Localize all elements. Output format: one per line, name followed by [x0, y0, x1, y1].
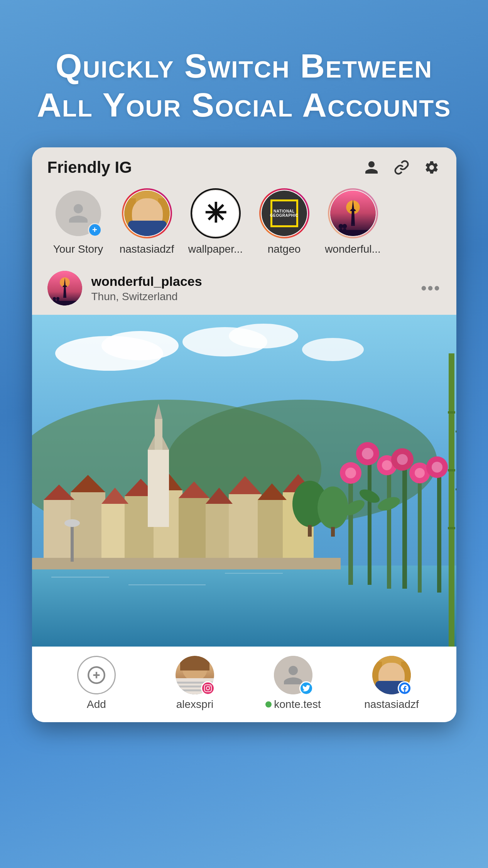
- nav-alexspri[interactable]: alexspri: [160, 656, 230, 711]
- svg-point-84: [432, 462, 442, 473]
- svg-point-76: [362, 448, 373, 459]
- svg-point-19: [56, 297, 59, 300]
- svg-rect-10: [343, 229, 346, 233]
- svg-marker-14: [62, 285, 67, 287]
- asterisk-symbol: ✳: [193, 191, 238, 236]
- settings-icon[interactable]: [422, 158, 441, 177]
- twitter-badge: [299, 681, 313, 695]
- nav-konte-test[interactable]: konte.test: [258, 656, 328, 711]
- post-info: wonderful_places Thun, Switzerland: [91, 274, 412, 303]
- wonderful-image: [330, 191, 376, 236]
- your-story-label: Your Story: [49, 243, 107, 255]
- post-username: wonderful_places: [91, 274, 412, 289]
- svg-rect-5: [351, 225, 355, 226]
- app-card: Friendly IG: [32, 147, 456, 722]
- wallpaper-image: ✳: [193, 191, 238, 236]
- svg-rect-49: [148, 450, 169, 527]
- svg-rect-67: [402, 454, 407, 589]
- story-natgeo[interactable]: NATIONAL GEOGRAPHIC natgeo: [253, 188, 315, 255]
- svg-rect-61: [32, 558, 341, 569]
- svg-point-82: [415, 468, 425, 478]
- svg-rect-57: [32, 566, 456, 647]
- account-icon[interactable]: [362, 158, 381, 177]
- post-header: wonderful_places Thun, Switzerland •••: [32, 263, 456, 315]
- post-avatar[interactable]: [47, 271, 82, 306]
- story-your-story[interactable]: + Your Story: [47, 188, 109, 255]
- bottom-nav: Add: [32, 647, 456, 722]
- nastasiadzf-image: [124, 191, 170, 236]
- hero-title-line1: Quickly Switch Between: [56, 47, 432, 85]
- hero-title: Quickly Switch Between All Your Social A…: [23, 46, 465, 124]
- facebook-badge: [398, 681, 412, 695]
- hero-title-line2: All Your Social Accounts: [37, 86, 451, 124]
- svg-rect-16: [47, 301, 82, 306]
- svg-rect-54: [308, 525, 312, 537]
- svg-rect-68: [418, 469, 422, 593]
- story-wallpaper[interactable]: ✳ wallpaper...: [185, 188, 247, 255]
- wonderful-label: wonderful...: [324, 243, 382, 255]
- svg-rect-89: [448, 527, 455, 529]
- eiffel-scene: [330, 191, 376, 236]
- svg-point-17: [53, 297, 56, 300]
- svg-point-80: [397, 454, 408, 465]
- nav-nastasiadzf[interactable]: nastasiadzf: [357, 656, 426, 711]
- svg-rect-69: [437, 461, 441, 593]
- natgeo-logo: NATIONAL GEOGRAPHIC: [262, 191, 307, 236]
- story-nastasiadzf[interactable]: nastasiadzf: [116, 188, 178, 255]
- top-icons: [362, 158, 441, 177]
- natgeo-text: NATIONAL GEOGRAPHIC: [270, 209, 298, 218]
- svg-rect-64: [348, 469, 353, 585]
- stories-row: + Your Story: [32, 177, 456, 263]
- svg-point-9: [342, 224, 347, 229]
- add-account-button[interactable]: [77, 656, 116, 694]
- svg-rect-56: [331, 527, 335, 537]
- svg-point-25: [229, 324, 298, 348]
- svg-point-23: [101, 331, 179, 360]
- alexspri-avatar-wrap: [176, 656, 214, 694]
- wallpaper-avatar-wrap: ✳: [191, 188, 241, 238]
- svg-rect-65: [368, 450, 371, 585]
- svg-rect-85: [449, 353, 454, 647]
- nasta-nav-label: nastasiadzf: [364, 698, 419, 711]
- natgeo-frame: NATIONAL GEOGRAPHIC: [270, 199, 298, 227]
- konte-label: konte.test: [274, 698, 321, 711]
- natgeo-avatar-wrap: NATIONAL GEOGRAPHIC: [259, 188, 309, 238]
- nastasiadzf-avatar-wrap: [122, 188, 172, 238]
- svg-point-74: [345, 468, 356, 478]
- wonderful-avatar-wrap: [328, 188, 378, 238]
- your-story-avatar-wrap: +: [53, 188, 103, 238]
- app-title: Friendly IG: [47, 158, 132, 177]
- svg-rect-20: [57, 300, 59, 304]
- svg-rect-91: [456, 488, 456, 490]
- add-story-badge[interactable]: +: [88, 223, 102, 237]
- natgeo-image: NATIONAL GEOGRAPHIC: [262, 191, 307, 236]
- svg-rect-88: [448, 469, 455, 471]
- konte-label-row: konte.test: [265, 698, 321, 711]
- svg-rect-87: [448, 411, 455, 414]
- svg-point-26: [302, 338, 364, 361]
- add-label: Add: [87, 698, 106, 711]
- wallpaper-label: wallpaper...: [187, 243, 245, 255]
- story-wonderful[interactable]: wonderful...: [322, 188, 384, 255]
- svg-point-55: [317, 486, 348, 529]
- svg-rect-18: [53, 300, 56, 304]
- hero-section: Quickly Switch Between All Your Social A…: [0, 0, 488, 147]
- link-icon[interactable]: [392, 158, 411, 177]
- svg-rect-62: [71, 523, 74, 562]
- post-image: [32, 315, 456, 647]
- nav-add[interactable]: Add: [62, 656, 131, 711]
- svg-point-63: [64, 519, 80, 527]
- svg-rect-90: [456, 431, 456, 432]
- alexspri-label: alexspri: [176, 698, 213, 711]
- post-more-options[interactable]: •••: [421, 280, 441, 297]
- online-indicator: [265, 701, 272, 708]
- nastasiadzf-label: nastasiadzf: [118, 243, 176, 255]
- natgeo-label: natgeo: [255, 243, 313, 255]
- svg-rect-66: [387, 461, 391, 589]
- eiffel-avatar: [330, 191, 376, 236]
- konte-avatar-wrap: [274, 656, 312, 694]
- top-bar: Friendly IG: [32, 147, 456, 177]
- post-location: Thun, Switzerland: [91, 290, 412, 303]
- svg-rect-51: [155, 419, 162, 450]
- svg-point-78: [382, 460, 392, 470]
